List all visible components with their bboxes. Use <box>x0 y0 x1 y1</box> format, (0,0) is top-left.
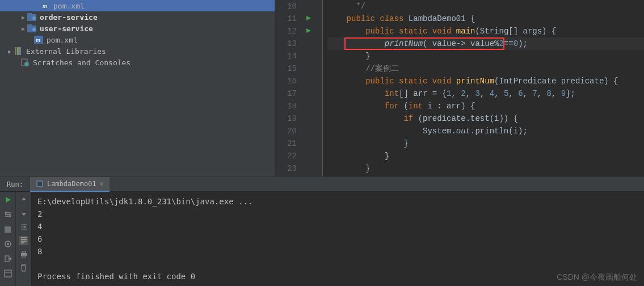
down-icon[interactable] <box>19 209 28 218</box>
expand-arrow-icon[interactable]: ▶ <box>6 48 14 54</box>
tree-item-label: Scratches and Consoles <box>33 58 131 67</box>
run-tab-bar: Run: LambdaDemo01 × <box>0 177 644 192</box>
tree-item[interactable]: ▶user-service <box>0 23 275 34</box>
run-label: Run: <box>0 180 30 188</box>
module-icon <box>27 12 37 22</box>
svg-point-4 <box>32 16 36 20</box>
tree-item-label: user-service <box>40 24 93 33</box>
rerun-icon[interactable] <box>3 195 12 204</box>
run-toolbar-console <box>16 192 32 286</box>
code-line[interactable]: } <box>327 162 644 175</box>
code-line[interactable]: } <box>327 50 644 62</box>
svg-text:m: m <box>43 2 47 9</box>
tree-item-label: pom.xml <box>53 2 85 10</box>
code-line[interactable]: } <box>327 150 644 162</box>
svg-rect-11 <box>17 47 19 55</box>
exit-icon[interactable] <box>3 254 12 263</box>
code-line[interactable]: */ <box>327 0 644 12</box>
layout-icon[interactable] <box>3 269 12 278</box>
svg-rect-27 <box>22 251 26 253</box>
tree-item[interactable]: mpom.xml <box>0 34 275 45</box>
up-icon[interactable] <box>19 195 28 204</box>
soft-wrap-icon[interactable] <box>19 222 28 232</box>
trash-icon[interactable] <box>19 263 28 272</box>
tree-item-label: External Libraries <box>26 47 106 56</box>
code-line[interactable]: //案例二 <box>327 62 644 75</box>
tree-item-label: pom.xml <box>47 36 78 44</box>
run-gutter-icon[interactable] <box>306 28 312 33</box>
svg-rect-28 <box>22 255 26 257</box>
fold-gutter[interactable] <box>315 0 323 176</box>
code-line[interactable]: for (int i : arr) { <box>327 100 644 112</box>
run-toolbar-left <box>0 192 16 286</box>
lib-icon <box>14 47 24 56</box>
code-editor[interactable]: 1011121314151617181920212223 */ public c… <box>275 0 644 176</box>
svg-point-22 <box>7 243 9 245</box>
console-output[interactable]: E:\developUtils\jdk1.8.0_231\bin\java.ex… <box>32 192 644 286</box>
svg-marker-19 <box>6 197 11 203</box>
svg-rect-24 <box>5 270 11 277</box>
code-line[interactable]: int[] arr = {1, 2, 3, 4, 5, 6, 7, 8, 9}; <box>327 87 644 100</box>
code-line[interactable]: public class LambdaDemo01 { <box>327 12 644 25</box>
svg-point-14 <box>24 62 29 66</box>
dump-icon[interactable] <box>3 239 12 249</box>
run-tab-name: LambdaDemo01 <box>47 180 96 188</box>
run-tab[interactable]: LambdaDemo01 × <box>30 177 110 192</box>
expand-arrow-icon[interactable]: ▶ <box>19 26 27 32</box>
svg-marker-15 <box>306 16 311 20</box>
expand-arrow-icon[interactable]: ▶ <box>19 14 27 20</box>
scratch-icon <box>20 58 31 67</box>
run-tab-icon <box>36 180 44 188</box>
svg-rect-12 <box>19 47 21 55</box>
project-tree[interactable]: mpom.xml▶order-service▶user-servicempom.… <box>0 0 275 176</box>
run-tool-window: Run: LambdaDemo01 × <box>0 176 644 286</box>
line-number-gutter: 1011121314151617181920212223 <box>280 0 302 176</box>
close-icon[interactable]: × <box>100 180 104 188</box>
tree-item[interactable]: ▶External Libraries <box>0 45 275 57</box>
code-line[interactable]: public static void printNum(IntPredicate… <box>327 75 644 87</box>
print-icon[interactable] <box>19 250 28 259</box>
highlight-annotation-box <box>344 37 504 50</box>
maven-icon: m <box>34 35 44 44</box>
tree-item-label: order-service <box>40 13 98 22</box>
scroll-to-end-icon[interactable] <box>19 236 28 245</box>
svg-text:m: m <box>36 36 40 43</box>
settings-icon[interactable] <box>3 210 12 219</box>
svg-rect-10 <box>15 47 16 55</box>
svg-rect-3 <box>27 13 32 15</box>
code-line[interactable]: System.out.println(i); <box>327 125 644 137</box>
tree-item[interactable]: mpom.xml <box>0 0 275 11</box>
tree-item[interactable]: Scratches and Consoles <box>0 57 275 68</box>
tree-item[interactable]: ▶order-service <box>0 11 275 23</box>
editor-left-edge <box>275 0 280 176</box>
svg-rect-6 <box>27 24 32 26</box>
svg-point-7 <box>32 28 36 31</box>
svg-rect-18 <box>37 182 42 186</box>
code-line[interactable]: if (predicate.test(i)) { <box>327 112 644 125</box>
run-marker-gutter[interactable] <box>302 0 315 176</box>
code-line[interactable]: public static void main(String[] args) { <box>327 25 644 37</box>
code-line[interactable]: } <box>327 137 644 150</box>
svg-marker-16 <box>306 28 311 33</box>
module-icon <box>27 24 37 33</box>
code-area[interactable]: */ public class LambdaDemo01 { public st… <box>323 0 644 176</box>
stop-icon[interactable] <box>3 225 12 234</box>
maven-icon: m <box>41 1 51 10</box>
svg-rect-20 <box>5 226 11 233</box>
run-gutter-icon[interactable] <box>306 15 312 21</box>
